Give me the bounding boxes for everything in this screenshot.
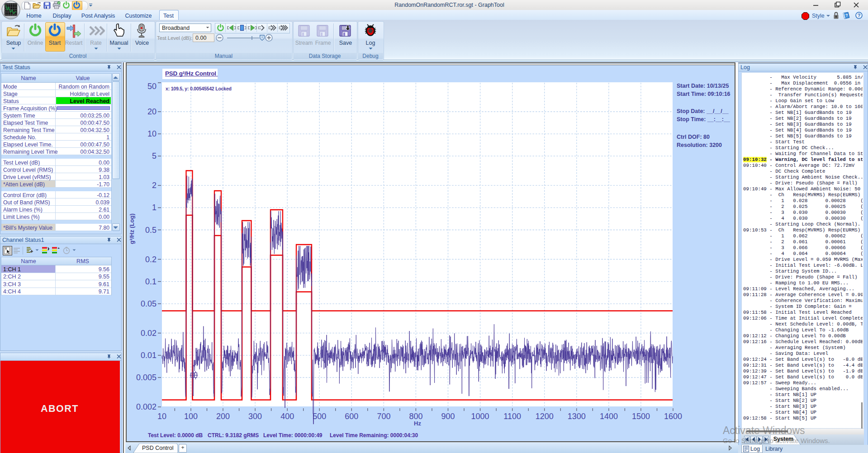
svg-text:10: 10	[157, 412, 166, 421]
svg-text:1300: 1300	[568, 412, 586, 421]
svg-text:0.05: 0.05	[141, 299, 157, 308]
svg-text:1200: 1200	[536, 412, 554, 421]
svg-text:1500: 1500	[632, 412, 650, 421]
svg-text:50: 50	[147, 82, 157, 91]
svg-text:200: 200	[216, 412, 230, 421]
svg-text:1400: 1400	[600, 412, 618, 421]
svg-text:0.005: 0.005	[136, 373, 157, 382]
svg-text:1: 1	[152, 203, 157, 212]
svg-text:300: 300	[248, 412, 262, 421]
svg-text:20: 20	[147, 107, 157, 116]
svg-text:400: 400	[280, 412, 294, 421]
svg-text:Hz: Hz	[414, 420, 421, 427]
svg-text:800: 800	[409, 412, 422, 421]
svg-text:10: 10	[147, 129, 157, 138]
svg-text:0.01: 0.01	[141, 351, 157, 360]
svg-text:900: 900	[441, 412, 455, 421]
svg-text:500: 500	[313, 412, 326, 421]
svg-text:1100: 1100	[503, 412, 521, 421]
svg-text:700: 700	[377, 412, 390, 421]
svg-text:2: 2	[152, 181, 157, 190]
svg-text:0.1: 0.1	[145, 277, 157, 286]
svg-text:1600: 1600	[664, 412, 682, 421]
svg-text:1000: 1000	[471, 412, 489, 421]
svg-text:0.5: 0.5	[145, 226, 157, 235]
svg-text:600: 600	[345, 412, 358, 421]
svg-text:?: ?	[858, 13, 861, 18]
svg-text:5: 5	[152, 151, 157, 160]
svg-text:100: 100	[184, 412, 198, 421]
svg-text:0.2: 0.2	[145, 255, 157, 264]
svg-text:0.02: 0.02	[141, 329, 157, 338]
svg-text:0.002: 0.002	[136, 402, 157, 411]
